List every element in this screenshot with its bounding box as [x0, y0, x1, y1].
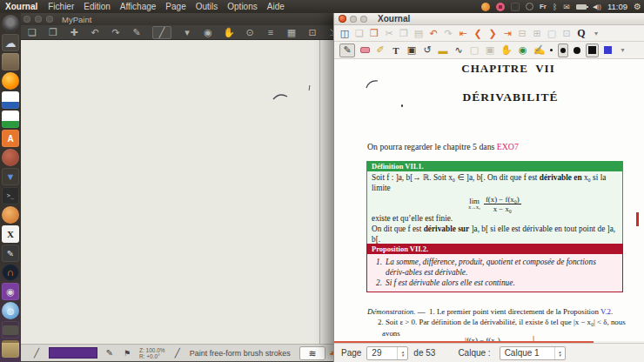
volume-icon[interactable]: ◀)): [593, 3, 601, 10]
page-spinbox[interactable]: 29 ▴▾: [366, 346, 408, 360]
mypaint-maximize-button[interactable]: [46, 16, 53, 23]
undo-icon[interactable]: ↶: [90, 27, 100, 38]
launcher-item-red-app[interactable]: [2, 149, 19, 166]
launcher-item-a-app[interactable]: A: [2, 130, 19, 147]
blue-color-icon[interactable]: [604, 46, 612, 54]
launcher-item-cloud[interactable]: ☁: [2, 34, 19, 51]
lasso-select-icon[interactable]: ∿: [453, 44, 464, 56]
launcher-item-trash[interactable]: [2, 340, 19, 358]
menu-options[interactable]: Options: [227, 2, 257, 11]
thin-width-icon[interactable]: [550, 49, 553, 51]
medium-width-selected[interactable]: [558, 44, 568, 57]
layers-icon[interactable]: ≡: [265, 27, 276, 37]
launcher-item-calc[interactable]: [2, 111, 19, 128]
launcher-item-xournal[interactable]: X: [2, 225, 19, 243]
previous-page-icon[interactable]: ❮: [473, 28, 483, 39]
keyboard-layout-indicator[interactable]: Fr: [540, 3, 547, 10]
open-file-icon[interactable]: ❒: [48, 27, 58, 38]
document-page[interactable]: CHAPITRE VII DÉRIVABILITÉ On pourra rega…: [334, 59, 644, 341]
shape-recognizer-icon[interactable]: ↺: [422, 44, 433, 56]
xournal-minimize-button[interactable]: [350, 16, 357, 23]
default-pen-icon[interactable]: ✍: [533, 44, 546, 56]
image-tool-icon[interactable]: ▣: [406, 44, 417, 56]
menu-affichage[interactable]: Affichage: [120, 2, 157, 11]
new-document-icon[interactable]: ❏: [354, 28, 365, 39]
launcher-item-media-disc[interactable]: ◉: [2, 283, 19, 300]
tools-overflow-icon[interactable]: ▾: [617, 46, 627, 54]
launcher-item-terminal[interactable]: >_: [2, 187, 19, 204]
launcher-item-firefox[interactable]: [2, 72, 19, 90]
page-spin-arrows[interactable]: ▴▾: [397, 347, 407, 359]
ruler-tool-icon[interactable]: ▬: [438, 45, 448, 56]
toolbar-overflow-icon[interactable]: ▾: [591, 30, 601, 37]
last-page-icon[interactable]: ⇥: [502, 28, 513, 39]
grid-icon[interactable]: ▦: [286, 27, 297, 38]
text-tool-icon[interactable]: T: [391, 45, 401, 56]
v2-link[interactable]: V.2: [600, 307, 611, 316]
open-icon[interactable]: ❒: [369, 28, 379, 39]
tool-dropdown-icon[interactable]: ▾: [182, 27, 192, 38]
menu-aide[interactable]: Aide: [267, 2, 285, 11]
launcher-item-dash[interactable]: [2, 15, 19, 32]
zoom-out-icon[interactable]: ⊟: [517, 28, 527, 39]
frame-icon[interactable]: ⊡: [307, 27, 318, 38]
launcher-item-web[interactable]: ◍: [2, 302, 19, 319]
layer-spin-arrows[interactable]: ▴▾: [554, 347, 565, 359]
brush-stroke-icon[interactable]: ╱: [172, 348, 183, 358]
app-indicator-orange-icon[interactable]: [481, 3, 490, 11]
copy-icon[interactable]: ❐: [399, 28, 409, 39]
save-file-icon[interactable]: ✚: [69, 27, 79, 38]
highlighter-tool-icon[interactable]: ✐: [375, 44, 386, 56]
next-page-icon[interactable]: ❯: [487, 28, 498, 39]
xournal-close-button[interactable]: [339, 15, 346, 23]
exo7-link[interactable]: EXO7: [497, 142, 519, 151]
new-file-icon[interactable]: ❏: [27, 27, 37, 38]
color-picker-icon[interactable]: ◉: [203, 27, 213, 38]
menu-fichier[interactable]: Fichier: [48, 2, 74, 11]
layer-combobox[interactable]: Calque 1 ▴▾: [500, 346, 566, 360]
launcher-item-downloader[interactable]: ▼: [2, 168, 19, 185]
mypaint-close-button[interactable]: [23, 16, 30, 23]
symmetry-icon[interactable]: ⊙: [245, 27, 255, 38]
menu-page[interactable]: Page: [165, 2, 185, 11]
xournal-maximize-button[interactable]: [360, 16, 367, 23]
brush-preview[interactable]: ≋: [299, 346, 325, 360]
mypaint-canvas[interactable]: [19, 40, 333, 344]
cut-icon[interactable]: ✂: [384, 28, 394, 39]
launcher-item-audio[interactable]: ∩: [2, 264, 19, 281]
launcher-item-file-manager[interactable]: [2, 53, 19, 70]
edit-brush-icon[interactable]: ✎: [104, 348, 115, 358]
launcher-item-drawing[interactable]: ✎: [2, 245, 19, 262]
zoom-in-icon[interactable]: ⊡: [561, 28, 572, 39]
spin-down-icon[interactable]: ▾: [559, 353, 561, 357]
black-color-selected[interactable]: [586, 44, 599, 57]
zoom-fit-icon[interactable]: ▢: [547, 28, 557, 39]
thick-width-icon[interactable]: [574, 47, 580, 54]
app-indicator-gray-icon[interactable]: [526, 3, 533, 10]
mypaint-minimize-button[interactable]: [35, 16, 42, 23]
mypaint-titlebar[interactable]: MyPaint: [19, 13, 333, 25]
save-icon[interactable]: ◫: [339, 28, 350, 39]
undo-icon[interactable]: ↶: [428, 28, 439, 39]
line-tool-selected[interactable]: ╱: [152, 26, 171, 39]
pen-tool-selected[interactable]: ✎: [339, 44, 355, 57]
pan-tool-icon[interactable]: ✋: [224, 27, 234, 38]
screen-recorder-icon[interactable]: [496, 3, 505, 11]
redo-icon[interactable]: ↷: [443, 28, 453, 39]
first-page-icon[interactable]: ⇤: [458, 28, 468, 39]
bluetooth-icon[interactable]: ᛒ: [553, 3, 557, 11]
launcher-item-writer[interactable]: [2, 91, 19, 109]
session-gear-icon[interactable]: ⚙: [634, 2, 641, 11]
rect-select-icon[interactable]: ▢: [469, 44, 480, 56]
clock[interactable]: 11:09: [607, 2, 627, 11]
eraser-tool-icon[interactable]: [360, 47, 370, 53]
xournal-titlebar[interactable]: Xournal: [334, 13, 644, 25]
fine-pen-icon[interactable]: ◉: [518, 44, 528, 56]
menu-edition[interactable]: Edition: [84, 2, 111, 11]
menu-outils[interactable]: Outils: [196, 2, 218, 11]
search-icon[interactable]: Q: [576, 27, 587, 40]
brush-tool-icon[interactable]: ✎: [131, 27, 142, 38]
pen-mode-icon[interactable]: ╱: [31, 348, 42, 358]
paste-icon[interactable]: ▤: [413, 28, 424, 39]
app-indicator-dark-icon[interactable]: [511, 3, 520, 11]
